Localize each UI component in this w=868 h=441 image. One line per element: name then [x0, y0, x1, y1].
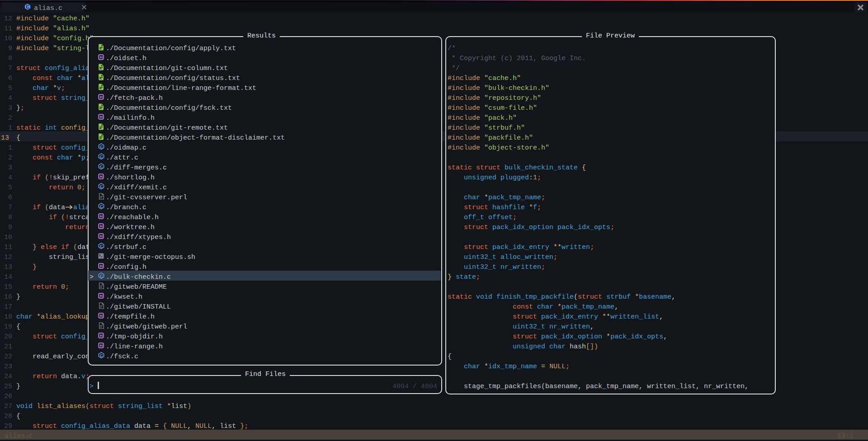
svg-text:H: H	[99, 114, 103, 119]
svg-text:H: H	[99, 174, 103, 179]
svg-text:C: C	[100, 144, 103, 149]
svg-text:C: C	[100, 204, 103, 209]
svg-text:C: C	[100, 244, 103, 249]
svg-text:H: H	[99, 94, 103, 99]
svg-text:C: C	[100, 184, 103, 189]
svg-text:H: H	[99, 55, 103, 60]
svg-text:H: H	[99, 214, 103, 219]
svg-text:H: H	[99, 313, 103, 318]
svg-text:C: C	[26, 5, 29, 9]
svg-text:C: C	[100, 154, 103, 159]
svg-text:H: H	[99, 333, 103, 338]
svg-text:H: H	[99, 293, 103, 298]
svg-text:H: H	[99, 263, 103, 268]
svg-text:C: C	[100, 273, 103, 278]
svg-text:C: C	[100, 164, 103, 169]
svg-text:C: C	[100, 353, 103, 358]
svg-text:H: H	[99, 343, 103, 348]
svg-text:H: H	[99, 234, 103, 239]
svg-text:H: H	[99, 224, 103, 229]
